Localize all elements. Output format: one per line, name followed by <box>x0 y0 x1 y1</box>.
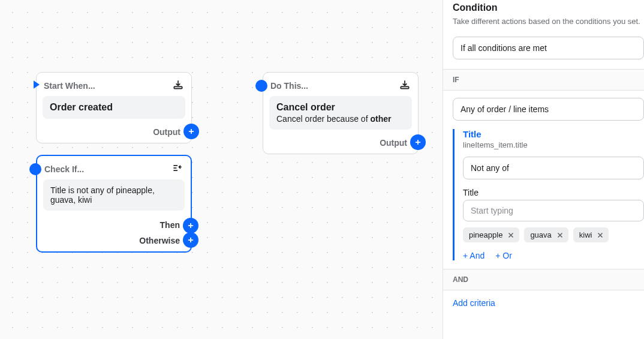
value-chip[interactable]: pineapple <box>463 227 519 242</box>
node-action-subtitle: Cancel order because of other <box>276 114 405 124</box>
condition-mode-select[interactable]: If all conditions are met <box>453 37 644 59</box>
value-chip[interactable]: guava <box>524 227 568 242</box>
node-action-title: Cancel order <box>276 102 405 113</box>
node-input-port[interactable] <box>255 80 267 92</box>
node-condition-otherwise-label: Otherwise <box>139 236 180 245</box>
port-output-button[interactable] <box>183 124 199 139</box>
criteria-block: Title lineItems_item.title Not any of Ti… <box>453 129 644 260</box>
value-chip-row: pineapple guava kiwi <box>463 227 644 242</box>
criteria-title[interactable]: Title <box>463 129 644 139</box>
svg-rect-2 <box>401 86 408 88</box>
node-action-output-label: Output <box>380 138 407 148</box>
value-field-label: Title <box>463 188 644 197</box>
node-start-header: Start When... <box>44 81 95 91</box>
add-and-link[interactable]: + And <box>463 251 484 260</box>
download-icon[interactable] <box>399 79 411 92</box>
condition-icon[interactable] <box>171 162 183 176</box>
panel-description: Take different actions based on the cond… <box>453 17 644 26</box>
port-otherwise-button[interactable] <box>183 232 198 248</box>
criteria-path: lineItems_item.title <box>463 140 644 149</box>
close-icon[interactable] <box>507 232 514 239</box>
node-start-title: Order created <box>50 102 178 113</box>
node-start[interactable]: Start When... Order created Output <box>36 72 192 143</box>
node-condition[interactable]: Check If... Title is not any of pineappl… <box>36 155 192 253</box>
node-condition-then-label: Then <box>160 220 180 230</box>
add-or-link[interactable]: + Or <box>495 251 512 260</box>
and-section-header: AND <box>443 269 644 290</box>
node-input-port[interactable] <box>29 163 41 175</box>
panel-title: Condition <box>453 0 644 13</box>
value-chip[interactable]: kiwi <box>573 227 609 242</box>
scope-select[interactable]: Any of order / line items <box>453 98 644 121</box>
close-icon[interactable] <box>556 232 564 239</box>
start-marker-icon <box>31 77 43 94</box>
condition-panel: Condition Take different actions based o… <box>443 0 644 339</box>
node-action[interactable]: Do This... Cancel order Cancel order bec… <box>263 72 419 154</box>
close-icon[interactable] <box>597 232 604 239</box>
if-section-header: IF <box>443 69 644 91</box>
node-condition-summary: Title is not any of pineapple, guava, ki… <box>43 179 185 211</box>
download-icon[interactable] <box>172 79 184 92</box>
svg-rect-1 <box>174 86 182 88</box>
operator-select[interactable]: Not any of <box>463 157 644 179</box>
value-input[interactable] <box>463 200 644 221</box>
port-then-button[interactable] <box>183 218 198 233</box>
port-output-button[interactable] <box>410 134 426 150</box>
add-criteria-link[interactable]: Add criteria <box>453 298 495 308</box>
node-action-header: Do This... <box>270 81 308 91</box>
node-start-output-label: Output <box>153 127 180 137</box>
node-condition-header: Check If... <box>44 164 84 174</box>
